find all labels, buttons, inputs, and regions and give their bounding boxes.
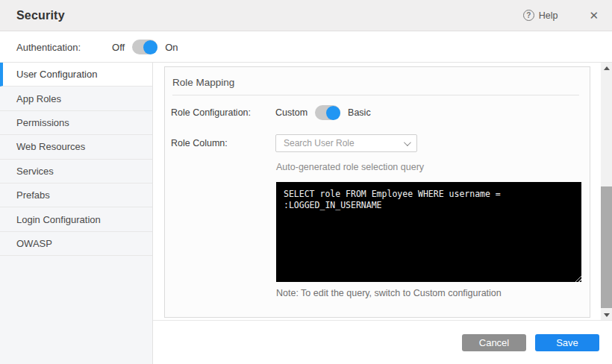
- sidebar-item-login-configuration[interactable]: Login Configuration: [0, 207, 152, 231]
- sidebar-item-permissions[interactable]: Permissions: [0, 111, 152, 135]
- query-caption: Auto-generated role selection query: [276, 162, 424, 172]
- role-mapping-panel: Role Mapping Role Configuration: Custom …: [164, 66, 590, 318]
- sidebar-item-app-roles[interactable]: App Roles: [0, 87, 152, 110]
- help-icon: ?: [523, 10, 534, 21]
- role-column-label: Role Column:: [165, 138, 275, 148]
- vertical-scrollbar[interactable]: [601, 63, 612, 320]
- help-button[interactable]: ? Help: [523, 10, 558, 21]
- scrollbar-up-arrow-icon[interactable]: [601, 63, 612, 73]
- authentication-row: Authentication: Off On: [0, 32, 612, 63]
- close-icon[interactable]: ✕: [589, 10, 599, 21]
- role-config-basic-label: Basic: [348, 107, 371, 118]
- sidebar-item-services[interactable]: Services: [0, 160, 152, 183]
- role-configuration-toggle-knob: [326, 106, 340, 120]
- page-title: Security: [16, 9, 65, 22]
- scrollbar-down-arrow-icon[interactable]: [601, 310, 612, 320]
- authentication-toggle-knob: [143, 40, 157, 54]
- panel-divider: [172, 95, 579, 95]
- authentication-toggle[interactable]: [132, 40, 157, 54]
- cancel-button[interactable]: Cancel: [462, 334, 526, 351]
- role-config-custom-label: Custom: [275, 107, 307, 118]
- role-configuration-toggle[interactable]: [315, 105, 340, 120]
- scrollable-region: Role Mapping Role Configuration: Custom …: [153, 63, 612, 321]
- scrollbar-thumb[interactable]: [601, 186, 612, 308]
- auth-on-label: On: [165, 42, 178, 53]
- sidebar-item-prefabs[interactable]: Prefabs: [0, 183, 152, 207]
- role-mapping-title: Role Mapping: [165, 67, 590, 88]
- help-label: Help: [539, 10, 558, 21]
- role-column-select[interactable]: Search User Role: [275, 134, 417, 152]
- security-sidebar: User Configuration App Roles Permissions…: [0, 63, 153, 364]
- chevron-down-icon: [404, 139, 411, 146]
- authentication-label: Authentication:: [16, 42, 81, 53]
- role-configuration-label: Role Configuration:: [165, 107, 275, 118]
- save-button[interactable]: Save: [535, 334, 599, 351]
- dialog-header: Security ? Help ✕: [0, 0, 612, 31]
- auth-off-label: Off: [112, 42, 125, 53]
- security-dialog: Security ? Help ✕ Authentication: Off On…: [0, 0, 612, 364]
- role-column-placeholder: Search User Role: [284, 138, 404, 148]
- sidebar-item-user-configuration[interactable]: User Configuration: [0, 63, 152, 87]
- query-note: Note: To edit the query, switch to Custo…: [276, 288, 502, 298]
- query-textarea[interactable]: SELECT role FROM Employee WHERE username…: [276, 182, 581, 282]
- sidebar-item-web-resources[interactable]: Web Resources: [0, 135, 152, 159]
- sidebar-item-owasp[interactable]: OWASP: [0, 232, 152, 256]
- content-area: Role Mapping Role Configuration: Custom …: [153, 63, 612, 364]
